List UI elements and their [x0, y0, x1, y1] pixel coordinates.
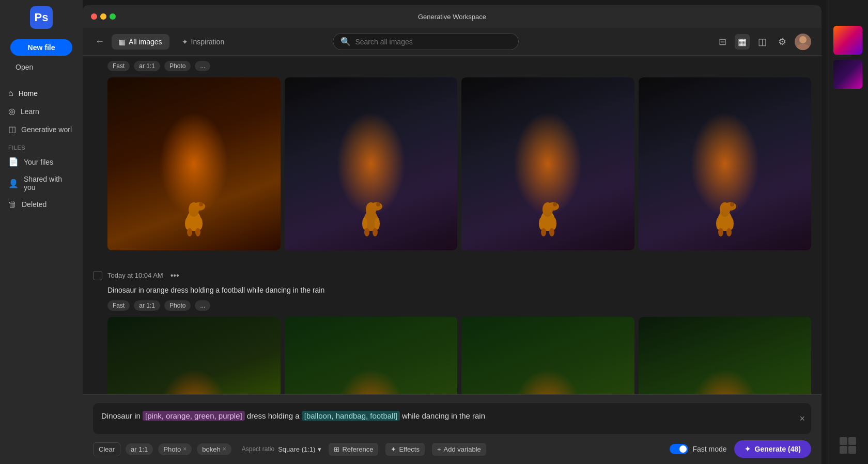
tag-photo[interactable]: Photo — [164, 61, 191, 71]
gen-tags-football: Fast ar 1:1 Photo ... — [107, 300, 811, 311]
filter-button[interactable]: ⊟ — [716, 34, 730, 50]
image-thumb[interactable] — [107, 77, 281, 250]
grid-cell-1 — [840, 437, 847, 445]
image-thumb[interactable] — [285, 77, 458, 250]
user-avatar[interactable] — [795, 34, 811, 50]
svg-point-5 — [199, 202, 203, 206]
svg-point-14 — [362, 217, 367, 230]
tag-more-fb[interactable]: ... — [195, 300, 210, 311]
reference-icon: ⊞ — [334, 445, 339, 453]
reference-button[interactable]: ⊞ Reference — [329, 443, 378, 456]
gen-group-top-partial: Fast ar 1:1 Photo ... — [93, 56, 811, 250]
svg-point-31 — [729, 217, 734, 230]
tag-more[interactable]: ... — [195, 61, 210, 71]
grid-view-button[interactable]: ▦ — [735, 34, 750, 50]
search-input-wrap[interactable]: 🔍 — [333, 33, 519, 50]
prompt-highlight-colors: [pink, orange, green, purple] — [143, 411, 245, 421]
deleted-label: Deleted — [22, 200, 47, 209]
split-view-button[interactable]: ◫ — [755, 34, 770, 50]
right-panel-thumbnail-2[interactable] — [833, 60, 862, 89]
football-image-2[interactable] — [285, 317, 458, 394]
svg-point-4 — [193, 202, 205, 211]
prompt-controls: Clear ar 1:1 Photo × bokeh × Aspect rati… — [93, 440, 811, 458]
aspect-ratio-label: Aspect ratio — [242, 445, 274, 453]
open-label[interactable]: Open — [10, 60, 72, 74]
sidebar-item-your-files[interactable]: 📄 Your files — [0, 153, 83, 171]
svg-point-28 — [724, 202, 736, 211]
all-images-label: All images — [129, 38, 162, 46]
fast-mode-switch[interactable] — [670, 444, 688, 454]
top-partial-tags: Fast ar 1:1 Photo ... — [107, 61, 811, 71]
fullscreen-traffic-light[interactable] — [110, 13, 116, 20]
minimize-traffic-light[interactable] — [100, 13, 106, 20]
svg-point-21 — [553, 202, 557, 206]
football-image-4[interactable] — [639, 317, 812, 394]
clear-button[interactable]: Clear — [93, 442, 120, 456]
dino-figure — [532, 195, 563, 242]
gen-timestamp: Today at 10:04 AM — [107, 271, 163, 279]
gen-prompt-text: Dinosaur in orange dress holding a footb… — [107, 285, 811, 296]
photo-chip[interactable]: Photo × — [158, 443, 192, 455]
sidebar-item-learn[interactable]: ◎ Learn — [0, 102, 83, 120]
add-variable-button[interactable]: + Add variable — [432, 443, 486, 456]
photo-chip-close[interactable]: × — [183, 445, 187, 453]
tag-ar[interactable]: ar 1:1 — [134, 61, 160, 71]
gen-group-football: Today at 10:04 AM ••• Dinosaur in orange… — [93, 266, 811, 395]
all-images-tab[interactable]: ▦ All images — [112, 34, 169, 50]
grid-cell-3 — [840, 446, 847, 454]
generate-button[interactable]: ✦ Generate (48) — [734, 440, 811, 458]
generate-label: Generate (48) — [755, 445, 801, 453]
svg-point-3 — [189, 202, 199, 217]
image-thumb[interactable] — [639, 77, 812, 250]
effects-button[interactable]: ✦ Effects — [385, 443, 425, 456]
svg-point-0 — [799, 36, 807, 43]
gen-group-header-football: Today at 10:04 AM ••• — [93, 271, 811, 280]
gen-menu-button[interactable]: ••• — [171, 271, 179, 280]
tag-fast[interactable]: Fast — [107, 61, 130, 71]
main-window: Generative Workspace ← ▦ All images ✦ In… — [83, 5, 822, 464]
sidebar-item-shared[interactable]: 👤 Shared with you — [0, 171, 83, 196]
right-panel-thumbnail-1[interactable] — [833, 26, 862, 55]
prompt-close-button[interactable]: × — [799, 413, 805, 424]
svg-point-20 — [547, 202, 559, 211]
football-images-grid — [107, 317, 811, 394]
close-traffic-light[interactable] — [91, 13, 97, 20]
sidebar-item-home[interactable]: ⌂ Home — [0, 85, 83, 102]
gen-select-checkbox[interactable] — [93, 271, 102, 280]
aspect-ratio-value: Square (1:1) — [278, 445, 315, 453]
ar-chip[interactable]: ar 1:1 — [126, 443, 153, 455]
sidebar-item-generative[interactable]: ◫ Generative worl — [0, 120, 83, 138]
tag-fast-fb[interactable]: Fast — [107, 300, 130, 311]
bokeh-chip[interactable]: bokeh × — [197, 443, 231, 455]
dino-figure — [178, 195, 209, 242]
top-partial-images — [107, 77, 811, 250]
prompt-input[interactable]: Dinosaur in [pink, orange, green, purple… — [93, 403, 811, 434]
back-button[interactable]: ← — [93, 34, 106, 49]
search-input[interactable] — [355, 38, 511, 46]
sidebar-item-deleted[interactable]: 🗑 Deleted — [0, 196, 83, 213]
home-icon: ⌂ — [8, 89, 13, 98]
svg-point-25 — [549, 228, 554, 236]
add-variable-label: Add variable — [444, 445, 481, 453]
svg-point-19 — [542, 202, 553, 217]
deleted-icon: 🗑 — [8, 200, 17, 209]
football-image-3[interactable] — [461, 317, 634, 394]
svg-point-8 — [187, 228, 192, 236]
inspiration-tab[interactable]: ✦ Inspiration — [175, 34, 232, 50]
add-variable-icon: + — [437, 445, 441, 453]
new-file-button[interactable]: New file — [10, 39, 72, 56]
image-thumb[interactable] — [461, 77, 634, 250]
toolbar-left: ← ▦ All images ✦ Inspiration — [93, 34, 231, 50]
svg-point-24 — [541, 228, 546, 236]
settings-button[interactable]: ⚙ — [775, 34, 789, 50]
svg-point-6 — [185, 217, 190, 230]
shared-icon: 👤 — [8, 179, 19, 188]
dino-figure — [709, 195, 740, 242]
tag-ar-fb[interactable]: ar 1:1 — [134, 300, 160, 311]
bokeh-chip-close[interactable]: × — [223, 445, 226, 453]
tag-photo-fb[interactable]: Photo — [164, 300, 191, 311]
right-panel-grid-icon[interactable] — [840, 437, 856, 454]
football-image-1[interactable] — [107, 317, 281, 394]
app-icon: Ps — [30, 6, 53, 29]
aspect-ratio-button[interactable]: Aspect ratio Square (1:1) ▾ — [242, 445, 322, 453]
